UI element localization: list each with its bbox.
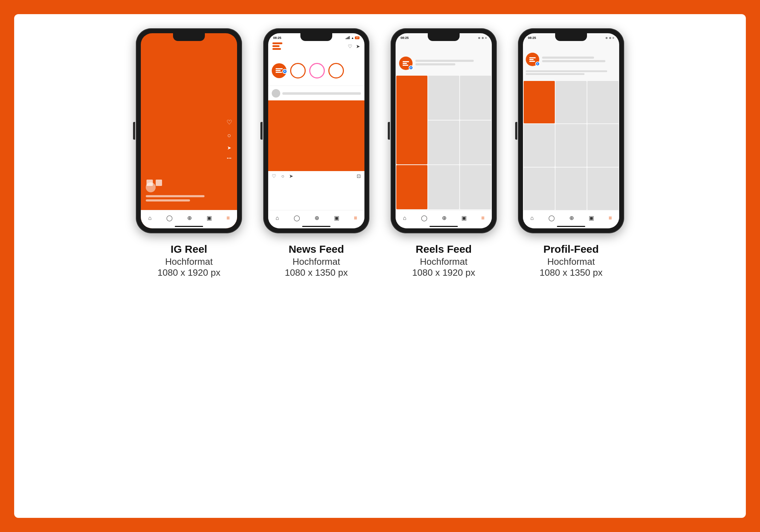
add-story-plus[interactable]: + [282,69,287,74]
nf-home-indicator [302,226,330,227]
add-icon: ⊕ [482,36,484,40]
logo-bar-3 [272,48,281,50]
pf-threads-icon: ⊗ [605,36,608,40]
story-2[interactable] [309,63,325,78]
share-icon[interactable]: ➤ [289,173,293,179]
rf-screen: 08:25 ⊗ ⊕ ≡ [396,33,492,228]
nf-add-nav[interactable]: ⊕ [315,215,319,221]
rf-home-indicator [430,226,458,227]
like-icon[interactable]: ♡ [272,173,276,179]
comment-icon[interactable]: ○ [281,173,284,179]
rf-cell-2 [428,76,459,120]
heart-header-icon[interactable]: ♡ [348,43,352,49]
nf-notch [300,33,332,41]
rf-status-icons: ⊗ ⊕ ≡ [478,36,487,40]
rf-time: 08:25 [401,36,409,40]
home-indicator [175,226,203,227]
pf-bio1 [526,70,607,72]
story-3[interactable] [328,63,344,78]
phone-unit-profil-feed: 08:25 ⊗ ⊕ ≡ [518,28,624,278]
pf-cell-9 [587,168,618,210]
rf-cell-1 [396,76,427,164]
rf-own-story[interactable]: + [399,57,413,70]
phone-news-feed: 08:25 ▲ 77 [263,28,369,233]
search-nav-icon[interactable]: ◯ [166,215,173,221]
send-header-icon[interactable]: ➤ [356,43,360,49]
pf-notch [555,33,587,41]
main-card: ♡ ○ ➤ ••• [14,14,746,518]
pf-reels-nav[interactable]: ▣ [589,215,594,221]
logo-bar-1 [272,42,282,44]
pf-avatar-wrap: + [526,53,539,66]
phone-unit-news-feed: 08:25 ▲ 77 [263,28,369,278]
pf-stat1 [542,57,594,59]
rf-notch [428,33,460,41]
rf-cell-8 [460,165,491,209]
rf-size: 1080 x 1920 px [412,267,475,278]
bookmark-icon[interactable]: ⊡ [357,173,361,179]
rf-add-nav[interactable]: ⊕ [442,215,447,221]
battery-badge: 77 [355,36,359,39]
pf-menu-icon: ≡ [612,36,614,40]
add-nav-icon[interactable]: ⊕ [187,215,192,221]
pf-home-nav[interactable]: ⌂ [530,215,534,221]
reel-subtitle: Hochformat [157,256,220,267]
nf-screen: 08:25 ▲ 77 [268,33,364,228]
rf-subtitle: Hochformat [412,256,475,267]
rf-search-nav[interactable]: ◯ [421,215,427,221]
rf-profile-nav[interactable]: ≡ [481,215,484,221]
rf-home-nav[interactable]: ⌂ [403,215,407,221]
rf-grid [396,76,492,210]
pf-profile-nav[interactable]: ≡ [609,215,612,221]
pf-search-nav[interactable]: ◯ [548,215,555,221]
nf-own-story[interactable]: + [272,63,287,78]
nf-home-nav[interactable]: ⌂ [276,215,279,221]
nf-post-image [268,100,364,171]
pf-profile-row: + [526,53,616,66]
pf-title: Profil-Feed [540,243,603,255]
post-name [282,92,361,95]
rf-story-row: + [396,54,492,72]
pf-cell-2 [555,81,587,123]
reel-side-icons: ♡ ○ ➤ ••• [226,118,232,160]
pf-plus[interactable]: + [535,62,540,66]
reel-screen: ♡ ○ ➤ ••• [141,33,237,228]
home-nav-icon[interactable]: ⌂ [148,215,152,221]
reel-title: IG Reel [157,243,220,255]
pf-home-indicator [557,226,585,227]
nf-search-nav[interactable]: ◯ [294,215,300,221]
post-avatar [272,89,280,98]
menu-icon: ≡ [485,36,487,40]
nf-divider [268,86,364,86]
rf-cell-5 [428,121,459,165]
threads-icon: ⊗ [478,36,480,40]
rf-name1 [415,60,474,62]
nf-status-icons: ▲ 77 [346,36,359,40]
nf-logo [272,42,282,50]
pf-size: 1080 x 1350 px [540,267,603,278]
pf-cell-5 [555,124,587,166]
phone-profil-feed: 08:25 ⊗ ⊕ ≡ [518,28,624,233]
pf-cell-4 [524,124,555,166]
label-reel: IG Reel Hochformat 1080 x 1920 px [157,243,220,278]
reels-nav-icon[interactable]: ▣ [207,215,212,221]
rf-cell-3 [460,76,491,120]
pf-add-nav[interactable]: ⊕ [569,215,574,221]
pf-cell-6 [587,124,618,166]
nf-title: News Feed [285,243,348,255]
rf-plus[interactable]: + [409,65,413,70]
nf-reels-nav[interactable]: ▣ [334,215,339,221]
profile-nav-icon[interactable]: ≡ [226,215,230,221]
rf-name-block [415,60,488,67]
story-1[interactable] [290,63,306,78]
rf-reels-nav[interactable]: ▣ [461,215,467,221]
nf-profile-nav[interactable]: ≡ [354,215,357,221]
share-icon: ➤ [227,145,231,151]
pf-cell-8 [555,168,587,210]
rf-title: Reels Feed [412,243,475,255]
nf-post-actions: ♡ ○ ➤ ⊡ [272,173,361,179]
wifi-icon: ▲ [351,36,354,40]
rf-cell-4 [396,165,427,209]
rf-cell-6 [460,121,491,165]
pf-cell-7 [524,168,555,210]
